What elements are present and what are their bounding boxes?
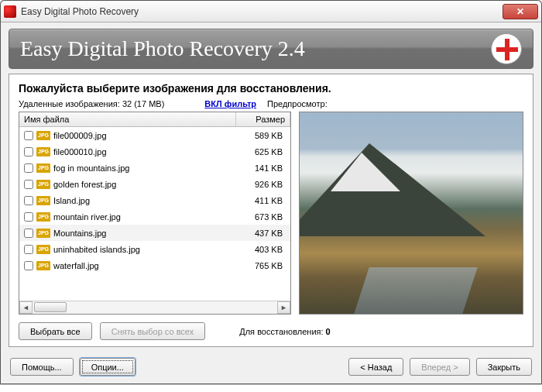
jpg-icon: JPG <box>36 147 50 156</box>
file-size: 673 KB <box>236 212 286 222</box>
content-row: Имя файла Размер JPGfile000009.jpg589 KB… <box>19 112 523 315</box>
file-size: 926 KB <box>236 180 286 189</box>
row-checkbox[interactable] <box>24 163 33 173</box>
back-button[interactable]: < Назад <box>348 358 403 376</box>
file-size: 589 KB <box>236 131 286 140</box>
scroll-left-arrow[interactable]: ◄ <box>19 301 33 314</box>
row-checkbox[interactable] <box>24 245 33 254</box>
row-checkbox[interactable] <box>24 229 33 238</box>
close-icon: ✕ <box>516 6 524 17</box>
window-close-button[interactable]: ✕ <box>503 4 538 19</box>
table-row[interactable]: JPGfog in mountains.jpg141 KB <box>19 160 290 176</box>
jpg-icon: JPG <box>36 131 50 140</box>
options-button[interactable]: Опции... <box>80 358 136 376</box>
panel-heading: Пожалуйста выберите изображения для восс… <box>19 82 523 95</box>
jpg-icon: JPG <box>36 180 50 189</box>
list-body: JPGfile000009.jpg589 KBJPGfile000010.jpg… <box>19 127 290 301</box>
row-checkbox[interactable] <box>24 180 33 189</box>
jpg-icon: JPG <box>36 196 50 205</box>
column-name[interactable]: Имя файла <box>19 112 236 126</box>
preview-label: Предпросмотр: <box>267 99 328 108</box>
file-name: golden forest.jpg <box>53 180 236 189</box>
deleted-count-label: Удаленные изображения: 32 (17 MB) <box>19 99 164 108</box>
table-row[interactable]: JPGuninhabited islands.jpg403 KB <box>19 241 290 257</box>
list-header: Имя файла Размер <box>19 112 290 127</box>
file-name: waterfall.jpg <box>53 261 236 270</box>
file-size: 765 KB <box>236 261 286 270</box>
row-checkbox[interactable] <box>24 196 33 205</box>
file-size: 403 KB <box>236 245 286 254</box>
table-row[interactable]: JPGfile000009.jpg589 KB <box>19 127 290 143</box>
close-button[interactable]: Закрыть <box>476 358 532 376</box>
file-size: 437 KB <box>236 229 286 238</box>
app-icon <box>4 5 16 18</box>
file-name: Island.jpg <box>53 196 236 205</box>
file-size: 625 KB <box>236 147 286 156</box>
deselect-all-button[interactable]: Снять выбор со всех <box>100 322 206 340</box>
file-name: file000010.jpg <box>53 147 236 156</box>
scroll-thumb[interactable] <box>34 302 67 312</box>
horizontal-scrollbar[interactable]: ◄ ► <box>19 301 290 314</box>
filter-toggle-link[interactable]: ВКЛ фильтр <box>204 99 256 108</box>
file-list: Имя файла Размер JPGfile000009.jpg589 KB… <box>19 112 291 315</box>
row-checkbox[interactable] <box>24 212 33 222</box>
jpg-icon: JPG <box>36 212 50 222</box>
jpg-icon: JPG <box>36 163 50 173</box>
column-size[interactable]: Размер <box>236 112 290 126</box>
row-checkbox[interactable] <box>24 147 33 156</box>
info-row: Удаленные изображения: 32 (17 MB) ВКЛ фи… <box>19 99 523 108</box>
file-name: mountain river.jpg <box>53 212 236 222</box>
table-row[interactable]: JPGwaterfall.jpg765 KB <box>19 257 290 273</box>
recovery-cross-icon <box>491 33 522 64</box>
footer-bar: Помощь... Опции... < Назад Вперед > Закр… <box>1 352 541 383</box>
select-all-button[interactable]: Выбрать все <box>19 322 92 340</box>
recover-count-label: Для восстановления: 0 <box>239 327 330 336</box>
banner-title: Easy Digital Photo Recovery 2.4 <box>20 36 491 61</box>
table-row[interactable]: JPGMountains.jpg437 KB <box>19 225 290 241</box>
file-size: 141 KB <box>236 163 286 173</box>
banner: Easy Digital Photo Recovery 2.4 <box>9 29 533 69</box>
jpg-icon: JPG <box>36 261 50 270</box>
table-row[interactable]: JPGmountain river.jpg673 KB <box>19 208 290 225</box>
table-row[interactable]: JPGfile000010.jpg625 KB <box>19 143 290 160</box>
jpg-icon: JPG <box>36 245 50 254</box>
jpg-icon: JPG <box>36 229 50 238</box>
file-name: fog in mountains.jpg <box>53 163 236 173</box>
file-name: file000009.jpg <box>53 131 236 140</box>
file-name: uninhabited islands.jpg <box>53 245 236 254</box>
window-title: Easy Digital Photo Recovery <box>21 6 503 17</box>
app-window: Easy Digital Photo Recovery ✕ Easy Digit… <box>0 0 542 384</box>
table-row[interactable]: JPGIsland.jpg411 KB <box>19 192 290 208</box>
help-button[interactable]: Помощь... <box>10 358 74 376</box>
forward-button[interactable]: Вперед > <box>410 358 469 376</box>
preview-pane <box>299 112 523 315</box>
scroll-right-arrow[interactable]: ► <box>277 301 290 314</box>
file-name: Mountains.jpg <box>53 229 236 238</box>
table-row[interactable]: JPGgolden forest.jpg926 KB <box>19 176 290 192</box>
titlebar: Easy Digital Photo Recovery ✕ <box>1 1 541 22</box>
main-panel: Пожалуйста выберите изображения для восс… <box>9 74 533 347</box>
row-checkbox[interactable] <box>24 261 33 270</box>
file-size: 411 KB <box>236 196 286 205</box>
scroll-track[interactable] <box>33 301 277 314</box>
row-checkbox[interactable] <box>24 131 33 140</box>
selection-row: Выбрать все Снять выбор со всех Для восс… <box>19 322 523 340</box>
